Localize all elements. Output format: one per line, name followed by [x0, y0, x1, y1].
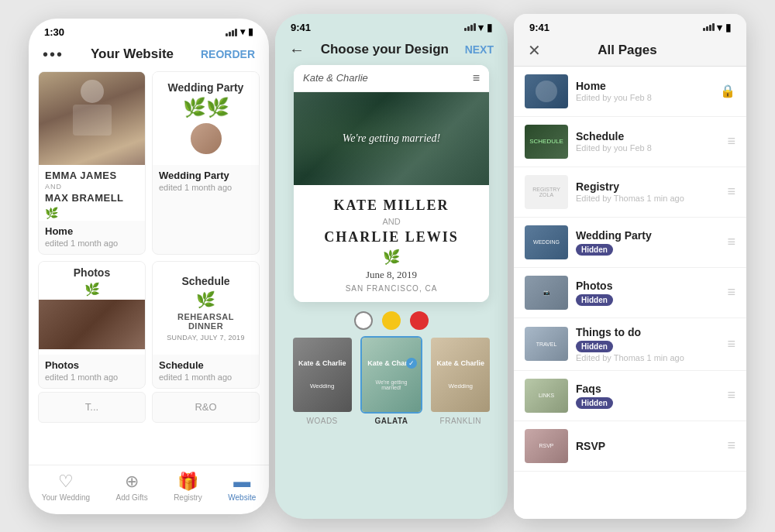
reorder-icon-photos[interactable]: ≡	[727, 284, 735, 300]
page-title-1: Your Website	[91, 46, 174, 62]
max-name: MAX BRAMELL	[45, 192, 124, 204]
color-white[interactable]	[354, 311, 373, 330]
preview-hero: We're getting married!	[294, 92, 489, 185]
reorder-icon-schedule[interactable]: ≡	[727, 133, 735, 149]
franklin-bg: Kate & Charlie Wedding	[431, 338, 490, 412]
preview-hero-text: We're getting married!	[343, 132, 440, 145]
design-woads[interactable]: Kate & Charlie Wedding WOADS	[288, 336, 356, 425]
phone-2: 9:41 ▾ ▮ ← Choose your Design NEXT Kate …	[275, 14, 508, 519]
franklin-label: FRANKLIN	[440, 417, 481, 425]
photos-card-sublabel: edited 1 month ago	[39, 372, 145, 388]
wedding-party-card[interactable]: Wedding Party 🌿🌿 Wedding Party edited 1 …	[152, 71, 260, 255]
list-item-registry[interactable]: REGISTRYZOLA Registry Edited by Thomas 1…	[514, 167, 746, 218]
list-info-wp: Wedding Party Hidden	[576, 229, 719, 256]
photos-card[interactable]: Photos 🌿 Photos edited 1 month ago	[38, 261, 146, 389]
emma-name: EMMA JAMES	[45, 170, 117, 181]
your-wedding-icon: ♡	[58, 472, 74, 492]
design-franklin[interactable]: Kate & Charlie Wedding FRANKLIN	[426, 336, 495, 425]
list-item-wedding-party[interactable]: WEDDING Wedding Party Hidden ≡	[514, 218, 746, 268]
woads-label: WOADS	[307, 417, 338, 425]
hidden-badge-wp: Hidden	[576, 242, 719, 256]
franklin-thumb[interactable]: Kate & Charlie Wedding	[429, 336, 491, 414]
next-button[interactable]: NEXT	[465, 43, 494, 56]
hidden-badge-photos: Hidden	[576, 292, 719, 306]
list-thumb-rsvp: RSVP	[525, 429, 568, 463]
status-icons-2: ▾ ▮	[464, 22, 492, 33]
color-yellow[interactable]	[382, 311, 401, 330]
home-card[interactable]: EMMA JAMES AND MAX BRAMELL 🌿 Home edited…	[38, 71, 146, 255]
status-bar-2: 9:41 ▾ ▮	[275, 14, 508, 36]
preview-body: KATE MILLER AND CHARLIE LEWIS 🌿 June 8, …	[294, 185, 489, 302]
tab-website[interactable]: ▬ Website	[228, 472, 256, 502]
status-icons-3: ▾ ▮	[703, 22, 731, 33]
battery-icon-2: ▮	[487, 22, 492, 33]
photos-card-label: Photos	[39, 355, 145, 372]
menu-dots[interactable]: •••	[43, 46, 64, 63]
list-item-things[interactable]: TRAVEL Things to do Hidden Edited by Tho…	[514, 318, 746, 371]
schedule-card[interactable]: Schedule 🌿 REHEARSALDINNER SUNDAY, JULY …	[152, 261, 260, 389]
wifi-icon-3: ▾	[717, 22, 722, 33]
photos-leaf: 🌿	[84, 282, 100, 297]
time-3: 9:41	[529, 22, 549, 33]
preview-date: June 8, 2019	[303, 269, 480, 281]
status-bar-3: 9:41 ▾ ▮	[514, 14, 746, 36]
reorder-icon-faqs[interactable]: ≡	[727, 387, 735, 403]
header-3: ✕ All Pages	[514, 36, 746, 67]
reorder-icon-registry[interactable]: ≡	[727, 184, 735, 200]
battery-icon-3: ▮	[725, 22, 731, 33]
status-bar-1: 1:30 ▾ ▮	[29, 19, 269, 41]
list-thumb-faqs: LINKS	[525, 379, 568, 413]
header-2: ← Choose your Design NEXT	[275, 36, 508, 65]
tab-your-wedding[interactable]: ♡ Your Wedding	[42, 472, 90, 502]
list-item-photos[interactable]: 📷 Photos Hidden ≡	[514, 268, 746, 318]
hamburger-icon[interactable]: ≡	[473, 71, 480, 85]
leaf-deco-home: 🌿	[45, 207, 58, 219]
list-thumb-schedule: SCHEDULE	[525, 125, 568, 159]
list-item-faqs[interactable]: LINKS Faqs Hidden ≡	[514, 371, 746, 421]
reorder-icon-rsvp[interactable]: ≡	[727, 438, 735, 454]
galata-label: GALATA	[374, 417, 408, 425]
hidden-badge-faqs: Hidden	[576, 395, 719, 409]
reorder-icon-wp[interactable]: ≡	[727, 234, 735, 250]
hidden-badge-things: Hidden	[576, 338, 719, 352]
lock-icon-home: 🔒	[720, 84, 735, 98]
list-info-home: Home Edited by you Feb 8	[576, 80, 712, 102]
schedule-card-label: Schedule	[153, 355, 259, 372]
schedule-leaf: 🌿	[196, 290, 215, 309]
color-picker	[275, 302, 508, 336]
woads-thumb[interactable]: Kate & Charlie Wedding	[291, 336, 353, 414]
reorder-icon-things[interactable]: ≡	[727, 336, 735, 352]
reorder-button[interactable]: REORDER	[201, 48, 255, 60]
phone-3: 9:41 ▾ ▮ ✕ All Pages	[514, 14, 746, 519]
list-name-wp: Wedding Party	[576, 229, 719, 242]
schedule-title: Schedule	[181, 275, 229, 287]
page-title-3: All Pages	[598, 43, 657, 58]
schedule-card-sublabel: edited 1 month ago	[153, 372, 259, 388]
back-button-2[interactable]: ←	[289, 41, 305, 59]
list-name-things: Things to do	[576, 326, 719, 338]
design-galata[interactable]: ✓ Kate & Charlie We're getting married! …	[356, 336, 425, 425]
list-item-rsvp[interactable]: RSVP RSVP ≡	[514, 421, 746, 472]
color-red[interactable]	[410, 311, 429, 330]
list-item-schedule[interactable]: SCHEDULE Schedule Edited by you Feb 8 ≡	[514, 117, 746, 167]
tab-add-gifts[interactable]: ⊕ Add Gifts	[116, 472, 148, 502]
list-name-faqs: Faqs	[576, 383, 719, 395]
wp-card-sublabel: edited 1 month ago	[153, 183, 259, 198]
list-info-faqs: Faqs Hidden	[576, 383, 719, 409]
galata-thumb[interactable]: ✓ Kate & Charlie We're getting married!	[360, 336, 422, 414]
home-card-sublabel: edited 1 month ago	[39, 239, 145, 254]
tab-registry[interactable]: 🎁 Registry	[174, 472, 202, 502]
preview-name1: KATE MILLER	[303, 197, 480, 214]
close-button[interactable]: ✕	[528, 41, 541, 60]
wp-avatar	[189, 122, 223, 156]
list-name-home: Home	[576, 80, 712, 92]
list-sub-schedule: Edited by you Feb 8	[576, 143, 719, 153]
wifi-icon-2: ▾	[478, 22, 484, 33]
status-icons-1: ▾ ▮	[226, 26, 253, 37]
leaf-deco-wp: 🌿🌿	[183, 97, 229, 118]
wp-card-label: Wedding Party	[153, 165, 259, 183]
time-1: 1:30	[44, 26, 64, 38]
list-item-home[interactable]: Home Edited by you Feb 8 🔒	[514, 67, 746, 117]
add-gifts-icon: ⊕	[125, 472, 139, 492]
home-photo	[39, 72, 145, 165]
